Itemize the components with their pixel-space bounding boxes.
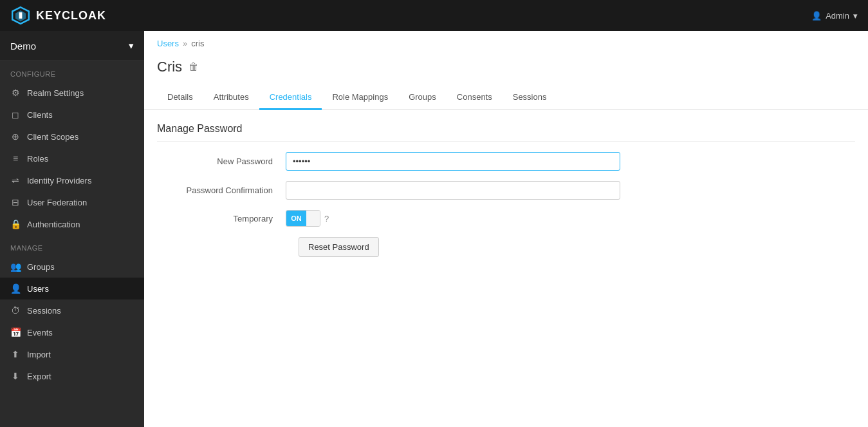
client-scopes-icon: ⊕: [10, 131, 21, 142]
toggle-on-label: ON: [286, 211, 306, 226]
new-password-label: New Password: [157, 157, 286, 166]
tab-credentials[interactable]: Credentials: [259, 86, 322, 110]
export-icon: ⬇: [10, 371, 21, 381]
manage-section-label: Manage: [0, 235, 144, 256]
tab-role-mappings[interactable]: Role Mappings: [322, 86, 398, 110]
identity-providers-icon: ⇌: [10, 175, 21, 185]
password-confirmation-group: Password Confirmation: [157, 181, 855, 200]
sessions-icon: ⏱: [10, 305, 21, 316]
keycloak-logo-icon: [10, 5, 31, 26]
sidebar-item-clients[interactable]: ◻ Clients: [0, 104, 144, 126]
form-section-title: Manage Password: [157, 123, 855, 142]
new-password-group: New Password: [157, 152, 855, 171]
sidebar-item-label: Realm Settings: [27, 88, 84, 98]
sidebar-item-import[interactable]: ⬆ Import: [0, 343, 144, 365]
sidebar-item-label: Events: [27, 328, 53, 337]
password-confirmation-label: Password Confirmation: [157, 185, 286, 195]
sidebar-item-realm-settings[interactable]: ⚙ Realm Settings: [0, 82, 144, 104]
content-area: Users » cris Cris 🗑 Details Attributes C…: [144, 31, 868, 427]
authentication-icon: 🔒: [10, 219, 21, 229]
sidebar-item-user-federation[interactable]: ⊟ User Federation: [0, 191, 144, 213]
tab-details[interactable]: Details: [157, 86, 203, 110]
sidebar-item-label: Identity Providers: [27, 176, 91, 185]
new-password-input[interactable]: [286, 152, 620, 171]
tabs-bar: Details Attributes Credentials Role Mapp…: [144, 86, 868, 110]
realm-chevron-icon: ▾: [129, 40, 134, 52]
user-federation-icon: ⊟: [10, 197, 21, 207]
user-menu[interactable]: 👤 Admin ▾: [811, 11, 858, 21]
sidebar-item-label: Users: [27, 284, 49, 294]
sidebar-item-label: Client Scopes: [27, 132, 78, 142]
realm-name: Demo: [10, 41, 36, 52]
page-title: Cris: [157, 59, 182, 75]
temporary-toggle[interactable]: ON: [286, 210, 320, 227]
sidebar-item-label: Clients: [27, 110, 53, 120]
import-icon: ⬆: [10, 349, 21, 359]
delete-icon[interactable]: 🗑: [189, 61, 199, 73]
form-area: Manage Password New Password Password Co…: [144, 110, 868, 270]
breadcrumb-current: cris: [191, 39, 204, 48]
roles-icon: ≡: [10, 153, 21, 164]
groups-icon: 👥: [10, 261, 21, 272]
sidebar-item-label: User Federation: [27, 198, 87, 207]
main-layout: Demo ▾ Configure ⚙ Realm Settings ◻ Clie…: [0, 31, 868, 427]
clients-icon: ◻: [10, 109, 21, 120]
svg-rect-2: [19, 12, 23, 19]
realm-selector[interactable]: Demo ▾: [0, 31, 144, 61]
sidebar-item-label: Roles: [27, 154, 48, 164]
password-confirmation-input[interactable]: [286, 181, 620, 200]
tab-groups[interactable]: Groups: [398, 86, 447, 110]
temporary-group: Temporary ON ?: [157, 210, 855, 227]
breadcrumb: Users » cris: [144, 31, 868, 56]
temporary-label: Temporary: [157, 214, 286, 223]
realm-settings-icon: ⚙: [10, 88, 21, 98]
sidebar-item-groups[interactable]: 👥 Groups: [0, 256, 144, 278]
reset-password-button[interactable]: Reset Password: [299, 237, 379, 257]
sidebar-item-events[interactable]: 📅 Events: [0, 321, 144, 343]
sidebar-item-authentication[interactable]: 🔒 Authentication: [0, 213, 144, 235]
chevron-down-icon: ▾: [853, 11, 858, 21]
brand: KEYCLOAK: [10, 5, 106, 26]
sidebar-item-label: Export: [27, 372, 51, 381]
toggle-wrapper: ON ?: [286, 210, 329, 227]
sidebar-item-identity-providers[interactable]: ⇌ Identity Providers: [0, 169, 144, 191]
sidebar-item-label: Import: [27, 350, 51, 359]
form-actions: Reset Password: [286, 237, 855, 257]
user-label: Admin: [826, 11, 849, 21]
user-icon: 👤: [811, 11, 822, 21]
tab-attributes[interactable]: Attributes: [203, 86, 259, 110]
sidebar-item-label: Authentication: [27, 220, 80, 229]
sidebar-item-export[interactable]: ⬇ Export: [0, 365, 144, 387]
sidebar-item-sessions[interactable]: ⏱ Sessions: [0, 299, 144, 321]
tab-sessions[interactable]: Sessions: [503, 86, 557, 110]
sidebar-item-label: Sessions: [27, 306, 61, 316]
temporary-help-icon[interactable]: ?: [324, 214, 329, 223]
navbar: KEYCLOAK 👤 Admin ▾: [0, 0, 868, 31]
page-header: Cris 🗑: [144, 56, 868, 86]
sidebar-item-roles[interactable]: ≡ Roles: [0, 147, 144, 169]
breadcrumb-separator: »: [183, 39, 187, 48]
users-icon: 👤: [10, 283, 21, 294]
brand-label: KEYCLOAK: [36, 9, 106, 23]
tab-consents[interactable]: Consents: [447, 86, 503, 110]
configure-section-label: Configure: [0, 61, 144, 82]
toggle-off-area: [306, 211, 320, 226]
sidebar: Demo ▾ Configure ⚙ Realm Settings ◻ Clie…: [0, 31, 144, 427]
breadcrumb-users-link[interactable]: Users: [157, 39, 179, 48]
events-icon: 📅: [10, 327, 21, 337]
sidebar-item-client-scopes[interactable]: ⊕ Client Scopes: [0, 126, 144, 147]
sidebar-item-users[interactable]: 👤 Users: [0, 278, 144, 299]
sidebar-item-label: Groups: [27, 262, 55, 272]
